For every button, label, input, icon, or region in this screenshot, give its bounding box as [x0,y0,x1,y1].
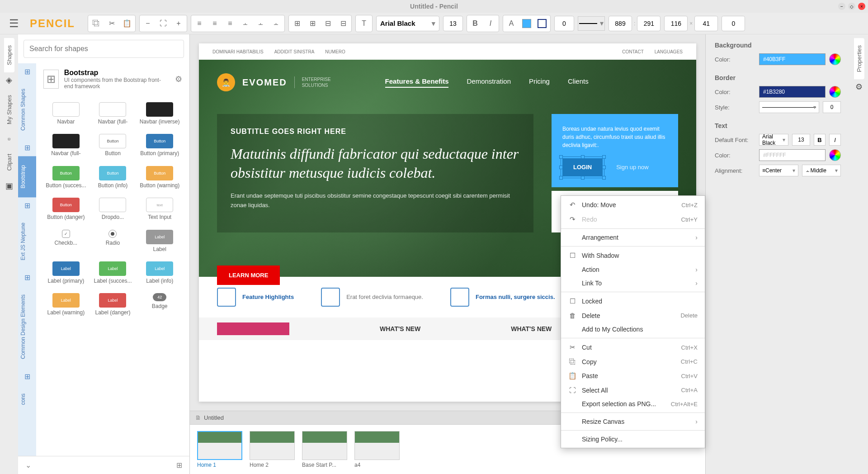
ctx-item[interactable]: Sizing Policy... [561,432,705,446]
minimize-button[interactable]: − [838,3,845,10]
angle-input[interactable] [722,16,745,31]
shape-item[interactable]: ButtonButton [90,130,136,160]
shape-item[interactable]: LabelLabel (primary) [43,258,89,288]
align-h-select[interactable]: ≡ Center [759,165,798,176]
align-v-select[interactable]: ⫠ Middle [802,165,841,176]
cat-tab-design[interactable]: Common Design Elements [18,285,36,368]
zoom-fit-icon[interactable]: ⛶ [156,16,170,31]
ctx-item[interactable]: ☐Locked [561,294,705,308]
bold-toggle[interactable]: B [814,134,826,146]
shape-item[interactable]: textText Input [137,194,182,224]
same-w-icon[interactable]: ⊟ [321,16,335,31]
cut-icon[interactable]: ✂ [104,16,119,31]
maximize-button[interactable]: ◇ [848,3,855,10]
ctx-item[interactable]: 📋PasteCtrl+V [561,369,705,383]
menu-icon[interactable]: ☰ [5,15,23,32]
pos-y-input[interactable] [637,16,660,31]
pos-x-input[interactable] [609,16,632,31]
shape-item[interactable]: Dropdo... [90,194,136,224]
rail-tab-shapes[interactable]: Shapes [4,38,14,72]
italic-icon[interactable]: I [483,16,498,31]
align-top-icon[interactable]: ⫠ [238,16,253,31]
ctx-item[interactable]: Resize Canvas› [561,415,705,428]
close-button[interactable]: × [858,3,865,10]
shape-item[interactable]: ButtonButton (danger) [43,194,89,224]
shape-item[interactable]: Navbar (full- [90,99,136,128]
border-style-select[interactable] [759,101,819,113]
color-picker-icon[interactable] [829,149,841,161]
cat-icon-common[interactable]: ⊞ [18,63,36,80]
border-width-prop-input[interactable] [823,101,841,113]
page-thumb[interactable]: a4 [354,431,400,468]
ctx-item[interactable]: 🗑DeleteDelete [561,308,705,322]
grid-icon[interactable]: ⊞ [176,461,182,469]
ctx-item[interactable]: Add to My Collections [561,322,705,336]
shape-item[interactable]: ButtonButton (info) [90,162,136,192]
shape-item[interactable]: 42Badge [137,289,182,319]
selected-login-button[interactable]: LOGIN [562,158,603,176]
ctx-item[interactable]: Action› [561,263,705,276]
collapse-icon[interactable]: ⌄ [25,461,31,469]
cat-tab-icons[interactable]: cons [18,384,36,414]
stroke-color-swatch[interactable] [535,16,549,31]
page-thumb[interactable]: Base Start P... [302,431,347,468]
dist-v-icon[interactable]: ⊞ [305,16,320,31]
cat-icon-design[interactable]: ⊞ [18,269,36,285]
bg-color-input[interactable]: #40B3FF [759,53,826,65]
shape-item[interactable]: ✓Checkb... [43,226,89,256]
cat-icon-bootstrap[interactable]: ⊞ [18,140,36,156]
font-size-input[interactable] [443,16,463,31]
align-left-icon[interactable]: ≡ [192,16,207,31]
font-size-prop-input[interactable] [792,134,810,146]
align-middle-icon[interactable]: ⫠ [254,16,268,31]
color-picker-icon[interactable] [829,86,841,98]
italic-toggle[interactable]: I [829,134,841,146]
text-tool-icon[interactable]: T [357,16,371,31]
shape-item[interactable]: LabelLabel (info) [137,258,182,288]
shape-item[interactable]: Radio [90,226,136,256]
bold-icon[interactable]: B [468,16,482,31]
line-style-select[interactable]: ▾ [578,16,605,31]
cat-tab-common[interactable]: Common Shapes [18,80,36,140]
ctx-item[interactable]: ⿻CopyCtrl+C [561,355,705,369]
color-picker-icon[interactable] [829,53,841,65]
align-center-icon[interactable]: ≡ [208,16,222,31]
ctx-item[interactable]: ⛶Select AllCtrl+A [561,383,705,397]
zoom-out-icon[interactable]: − [141,16,155,31]
shape-item[interactable]: LabelLabel [137,226,182,256]
border-color-input[interactable]: #1B3280 [759,86,826,98]
page-thumb[interactable]: Home 2 [250,431,295,468]
ctx-item[interactable]: Arrangement› [561,231,705,244]
shape-item[interactable]: Navbar (inverse) [137,99,182,128]
shape-item[interactable]: Navbar [43,99,89,128]
doc-tab[interactable]: 🗎 Untitled [195,414,224,421]
rail-tab-clipart[interactable]: Clipart [4,147,14,178]
align-bottom-icon[interactable]: ⫠ [269,16,283,31]
ctx-item[interactable]: ✂CutCtrl+X [561,340,705,355]
ctx-item[interactable]: Link To› [561,276,705,290]
cat-tab-ext[interactable]: Ext JS Neptune [18,213,36,269]
shape-item[interactable]: ButtonButton (succes... [43,162,89,192]
rail-tab-properties[interactable]: Properties [854,38,864,79]
cat-icon-icons[interactable]: ⊞ [18,368,36,384]
font-family-select[interactable]: Arial Black [376,16,439,31]
search-input[interactable] [24,40,184,58]
shape-item[interactable]: ButtonButton (primary) [137,130,182,160]
cat-tab-bootstrap[interactable]: Bootstrap [18,156,36,197]
size-w-input[interactable] [664,16,688,31]
text-color-icon[interactable]: A [504,16,519,31]
ctx-item[interactable]: Export selection as PNG...Ctrl+Alt+E [561,397,705,411]
border-width-input[interactable] [554,16,574,31]
shape-item[interactable]: Navbar (full- [43,130,89,160]
cat-icon-ext[interactable]: ⊞ [18,197,36,213]
shape-item[interactable]: LabelLabel (warning) [43,289,89,319]
copy-icon[interactable]: ⿻ [89,16,104,31]
size-h-input[interactable] [694,16,718,31]
shape-item[interactable]: ButtonButton (warning) [137,162,182,192]
same-h-icon[interactable]: ⊟ [336,16,350,31]
font-family-prop-select[interactable]: Arial Black [759,134,788,146]
ctx-item[interactable]: ☐With Shadow [561,248,705,263]
dist-h-icon[interactable]: ⊞ [290,16,304,31]
page-thumb[interactable]: Home 1 [197,431,242,468]
gear-icon[interactable]: ⚙ [175,74,182,84]
